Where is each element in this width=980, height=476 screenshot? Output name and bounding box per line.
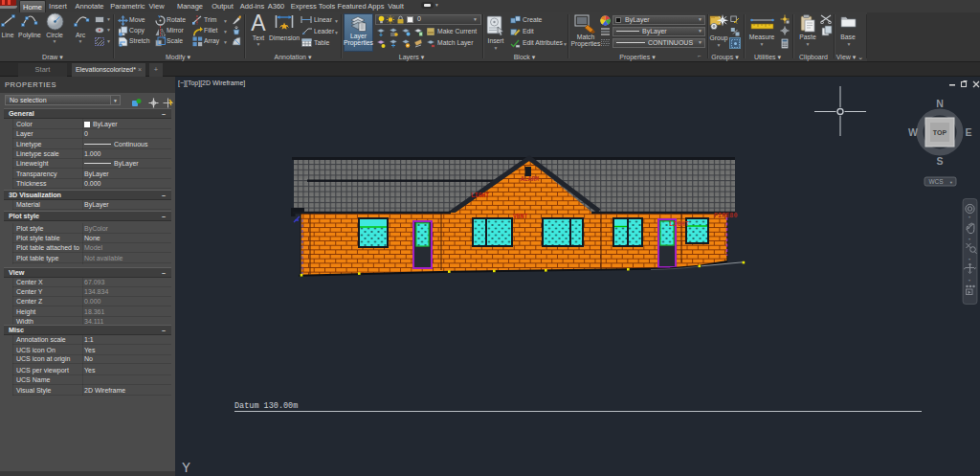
svg-text:W: W xyxy=(908,126,918,138)
svg-text:ALARM: ALARM xyxy=(521,176,539,183)
svg-text:S: S xyxy=(936,155,943,167)
svg-text:E: E xyxy=(965,126,971,138)
svg-text:VENT: VENT xyxy=(513,214,528,220)
svg-text:LIGHT: LIGHT xyxy=(669,220,689,228)
svg-text:▾: ▾ xyxy=(969,278,970,283)
svg-text:LIGHT: LIGHT xyxy=(471,193,489,199)
svg-text:▾: ▾ xyxy=(969,237,970,241)
svg-text:FIRE80: FIRE80 xyxy=(714,212,737,219)
svg-text:▾: ▾ xyxy=(969,215,970,219)
svg-text:TOP: TOP xyxy=(933,129,947,136)
svg-text:WCS: WCS xyxy=(928,178,944,185)
svg-text:▾: ▾ xyxy=(969,257,970,261)
svg-text:N: N xyxy=(936,98,944,109)
